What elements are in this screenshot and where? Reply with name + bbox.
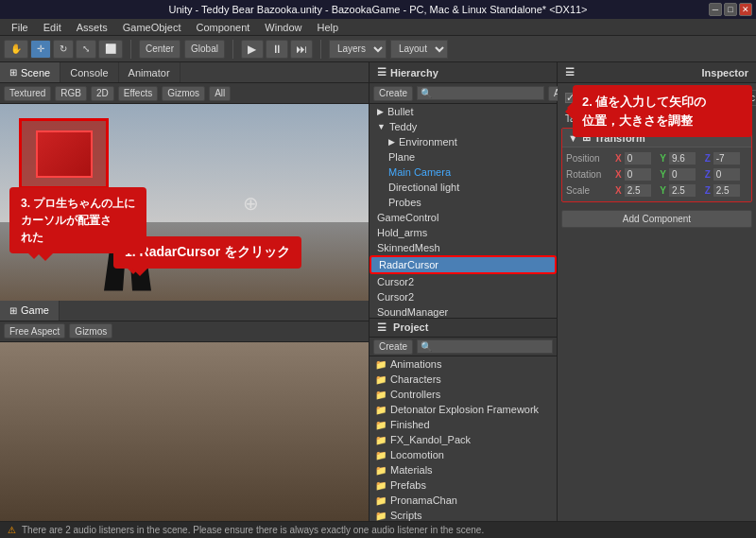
rect-tool[interactable]: ⬜: [98, 40, 123, 59]
scene-viewport[interactable]: ⊕ 1. RadarCursor をクリック 3. プロ生ちゃんの上に カーソル…: [0, 104, 369, 301]
h-item-environment[interactable]: ▶Environment: [381, 134, 557, 149]
scale-tool[interactable]: ⤡: [76, 40, 96, 59]
h-item-probes[interactable]: Probes: [381, 195, 557, 210]
menu-bar: File Edit Assets GameObject Component Wi…: [0, 19, 756, 36]
gizmos-btn[interactable]: Gizmos: [162, 86, 205, 101]
folder-animations[interactable]: 📁Animations: [369, 356, 557, 372]
add-component-button[interactable]: Add Component: [561, 210, 752, 228]
play-button[interactable]: ▶: [241, 40, 264, 59]
tab-console[interactable]: Console: [60, 62, 118, 82]
menu-file[interactable]: File: [4, 20, 36, 35]
h-item-bullet[interactable]: ▶Bullet: [369, 104, 557, 119]
separator-3: [320, 40, 321, 59]
inspector-content: ✓ Static ▼ Tag Untagged Layer Radar: [558, 83, 756, 538]
transform-grid: Position X Y Z Rotation: [562, 148, 751, 201]
tab-scene[interactable]: ⊞ Scene: [0, 62, 60, 82]
rotation-label: Rotation: [566, 167, 613, 182]
all-btn[interactable]: All: [209, 86, 231, 101]
hierarchy-search[interactable]: [417, 86, 544, 100]
folder-fx[interactable]: 📁FX_Kandol_Pack: [369, 432, 557, 447]
tab-animator[interactable]: Animator: [119, 62, 180, 82]
menu-gameobject[interactable]: GameObject: [115, 20, 189, 35]
textured-btn[interactable]: Textured: [4, 86, 51, 101]
scl-x-cell: X: [615, 183, 658, 198]
rot-y-input[interactable]: [668, 167, 696, 182]
h-item-teddy[interactable]: ▼Teddy: [369, 119, 557, 134]
free-aspect-btn[interactable]: Free Aspect: [4, 323, 65, 338]
folder-icon: 📁: [375, 359, 387, 370]
h-item-directionallight[interactable]: Directional light: [381, 180, 557, 195]
game-panel-tabs: ⊞ Game: [0, 301, 369, 321]
game-viewport[interactable]: [0, 342, 369, 539]
effects-btn[interactable]: Effects: [118, 86, 158, 101]
folder-icon: 📁: [375, 465, 387, 476]
h-item-cursor2b[interactable]: Cursor2: [369, 289, 557, 304]
hand-tool[interactable]: ✋: [4, 40, 28, 59]
scene-gizmo: ⊕: [227, 180, 274, 227]
scl-x-input[interactable]: [624, 183, 652, 198]
pivot-toggle[interactable]: Center: [139, 40, 180, 59]
folder-icon: 📁: [375, 495, 387, 506]
pos-y-input[interactable]: [668, 151, 696, 165]
folder-icon: 📁: [375, 374, 387, 385]
menu-window[interactable]: Window: [257, 20, 309, 35]
menu-edit[interactable]: Edit: [36, 20, 69, 35]
callout-3: 3. プロ生ちゃんの上に カーソルが配置さ れた: [9, 187, 146, 253]
h-item-holdarms[interactable]: Hold_arms: [369, 225, 557, 240]
menu-assets[interactable]: Assets: [69, 20, 115, 35]
separator-1: [130, 40, 131, 59]
minimize-button[interactable]: ─: [709, 3, 722, 16]
hierarchy-create-btn[interactable]: Create: [373, 86, 413, 101]
rot-x-input[interactable]: [624, 167, 652, 182]
folder-characters[interactable]: 📁Characters: [369, 372, 557, 387]
h-item-radarcursor[interactable]: RadarCursor: [369, 255, 557, 274]
inspector-panel: ☰ Inspector ✓ Static ▼ Tag Untagged Laye…: [558, 62, 756, 538]
folder-finished[interactable]: 📁Finished: [369, 417, 557, 432]
game-gizmos-btn[interactable]: Gizmos: [69, 323, 112, 338]
transform-tools: ✋ ✛ ↻ ⤡ ⬜: [4, 40, 123, 59]
project-toolbar: Create: [369, 338, 557, 356]
h-item-gamecontrol[interactable]: GameControl: [369, 210, 557, 225]
folder-prefabs[interactable]: 📁Prefabs: [369, 477, 557, 493]
h-item-skinnedmesh[interactable]: SkinnedMesh: [369, 240, 557, 255]
folder-controllers[interactable]: 📁Controllers: [369, 387, 557, 402]
2d-btn[interactable]: 2D: [91, 86, 114, 101]
move-tool[interactable]: ✛: [30, 40, 51, 59]
space-toggle[interactable]: Global: [184, 40, 225, 59]
folder-icon: 📁: [375, 450, 387, 460]
layers-dropdown[interactable]: Layers: [329, 40, 387, 59]
status-message: There are 2 audio listeners in the scene…: [22, 525, 484, 535]
layout-dropdown[interactable]: Layout: [390, 40, 448, 59]
project-title: Project: [393, 321, 428, 333]
h-item-cursor2a[interactable]: Cursor2: [369, 274, 557, 289]
rotate-tool[interactable]: ↻: [53, 40, 74, 59]
scl-y-input[interactable]: [668, 183, 696, 198]
pos-z-input[interactable]: [713, 151, 741, 165]
game-tab-icon: ⊞: [9, 305, 17, 316]
rot-z-input[interactable]: [713, 167, 741, 182]
inspector-title: Inspector: [701, 67, 748, 78]
folder-scripts[interactable]: 📁Scripts: [369, 508, 557, 521]
menu-help[interactable]: Help: [309, 20, 346, 35]
h-item-maincamera[interactable]: Main Camera: [381, 165, 557, 180]
step-button[interactable]: ⏭: [290, 40, 313, 59]
inspector-header: ☰ Inspector: [558, 62, 756, 83]
hierarchy-toolbar: Create All: [369, 83, 557, 104]
rgb-btn[interactable]: RGB: [55, 86, 87, 101]
folder-detonator[interactable]: 📁Detonator Explosion Framework: [369, 402, 557, 417]
object-preview: [36, 130, 93, 178]
menu-component[interactable]: Component: [188, 20, 257, 35]
scl-z-input[interactable]: [713, 183, 741, 198]
maximize-button[interactable]: □: [724, 3, 737, 16]
folder-pronama[interactable]: 📁PronamaChan: [369, 493, 557, 508]
pause-button[interactable]: ⏸: [266, 40, 288, 59]
project-search[interactable]: [417, 339, 553, 354]
h-item-plane[interactable]: Plane: [381, 149, 557, 165]
folder-materials[interactable]: 📁Materials: [369, 462, 557, 477]
folder-locomotion[interactable]: 📁Locomotion: [369, 447, 557, 462]
pos-x-input[interactable]: [624, 151, 652, 165]
folder-icon: 📁: [375, 511, 387, 521]
project-create-btn[interactable]: Create: [373, 339, 413, 355]
tab-game[interactable]: ⊞ Game: [0, 301, 60, 321]
close-button[interactable]: ✕: [739, 3, 752, 16]
